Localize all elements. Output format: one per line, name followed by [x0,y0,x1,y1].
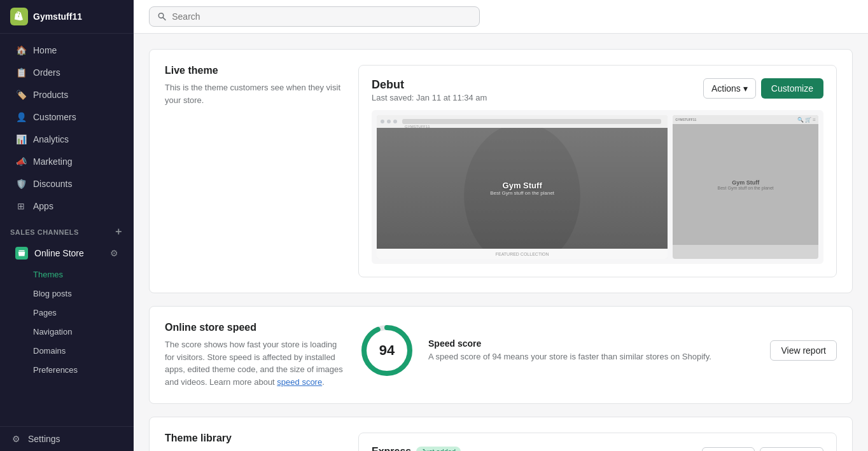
preview-gym-sub: Best Gym stuff on the planet [490,190,554,196]
library-customize-button[interactable]: Customize [760,447,823,452]
shopify-logo-icon [10,8,28,25]
side-gym-text: Gym Stuff [732,179,759,186]
speed-section: Online store speed The score shows how f… [149,306,853,404]
orders-icon: 📋 [15,67,27,78]
library-actions-button[interactable]: Actions ▾ [702,447,755,452]
view-report-button[interactable]: View report [770,340,837,361]
live-theme-section: Live theme This is the theme customers s… [149,49,853,293]
sidebar-item-label: Discounts [33,179,72,189]
discounts-icon: 🛡️ [15,178,27,190]
sidebar: Gymstuff11 🏠 Home 📋 Orders 🏷️ Products 👤… [0,0,134,451]
sidebar-item-home[interactable]: 🏠 Home [5,39,129,61]
sidebar-item-label: Marketing [33,156,72,167]
online-store-settings-icon: ⚙ [110,248,118,258]
content-area: Live theme This is the theme customers s… [134,34,868,451]
debut-theme-card: Debut Last saved: Jan 11 at 11:34 am Act… [358,65,837,277]
top-bar [134,0,868,34]
theme-library-section: Theme library Manage your store's themes… [149,417,853,451]
express-theme-card: Express Just added Not customized yet Ac… [358,433,837,451]
add-sales-channel-button[interactable]: ＋ [113,225,124,239]
settings-label: Settings [28,434,60,444]
main-content: Live theme This is the theme customers s… [134,0,868,451]
sidebar-item-products[interactable]: 🏷️ Products [5,84,129,106]
just-added-badge: Just added [416,447,461,451]
marketing-icon: 📣 [15,156,27,167]
theme-customize-button[interactable]: Customize [761,78,823,99]
theme-name: Debut [372,78,487,92]
theme-preview: GYMSTUFF11 Gym Stuff Best Gym stuff on t… [372,110,823,264]
search-icon [157,11,167,22]
search-bar[interactable] [149,6,480,27]
sidebar-item-analytics[interactable]: 📊 Analytics [5,128,129,150]
apps-icon: ⊞ [15,200,27,212]
sidebar-item-settings[interactable]: ⚙ Settings [0,426,134,451]
express-theme-name: Express [372,446,411,451]
sidebar-item-blog-posts[interactable]: Blog posts [5,284,129,303]
store-name: Gymstuff11 [33,11,82,22]
sidebar-item-label: Products [33,90,68,100]
speed-score-link[interactable]: speed score [277,377,322,387]
theme-actions-button[interactable]: Actions ▾ [703,78,756,99]
chevron-down-icon: ▾ [743,83,748,94]
speed-score-desc: A speed score of 94 means your store is … [428,351,757,363]
preview-dot [393,120,397,123]
sidebar-item-label: Orders [33,67,60,78]
products-icon: 🏷️ [15,89,27,101]
sales-channels-label: SALES CHANNELS ＋ [0,218,134,241]
home-icon: 🏠 [15,45,27,56]
sidebar-item-customers[interactable]: 👤 Customers [5,106,129,128]
preview-featured: FEATURED COLLECTION [496,252,549,256]
sidebar-item-pages[interactable]: Pages [5,303,129,322]
sidebar-item-label: Apps [33,201,53,211]
search-input[interactable] [172,11,472,22]
customers-icon: 👤 [15,111,27,123]
speed-score-value: 94 [358,322,416,379]
sidebar-item-navigation[interactable]: Navigation [5,323,129,341]
side-gym-sub: Best Gym stuff on the planet [718,186,774,190]
sidebar-item-orders[interactable]: 📋 Orders [5,62,129,83]
sidebar-item-domains[interactable]: Domains [5,342,129,360]
side-preview-store: GYMSTUFF11 [675,118,696,121]
preview-dot [381,120,384,123]
sidebar-item-online-store[interactable]: Online Store ⚙ [5,242,129,265]
theme-library-title: Theme library [165,433,343,444]
sidebar-item-label: Home [33,45,57,55]
preview-dot [387,120,391,123]
sidebar-item-themes[interactable]: Themes [5,265,129,284]
live-theme-desc: This is the theme customers see when the… [165,81,343,106]
speed-score-title: Speed score [428,338,757,349]
speed-gauge: 94 [358,322,416,379]
sidebar-item-preferences[interactable]: Preferences [5,361,129,379]
settings-icon: ⚙ [10,433,22,445]
online-store-subnav: Themes Blog posts Pages Navigation Domai… [0,265,134,379]
speed-section-desc: The score shows how fast your store is l… [165,338,343,388]
sidebar-item-marketing[interactable]: 📣 Marketing [5,151,129,172]
online-store-icon [15,247,28,260]
live-theme-title: Live theme [165,65,343,76]
theme-last-saved: Last saved: Jan 11 at 11:34 am [372,93,487,102]
preview-gym-text: Gym Stuff [503,181,542,190]
speed-section-title: Online store speed [165,322,343,333]
online-store-label: Online Store [34,248,84,258]
sidebar-item-label: Customers [33,112,76,122]
sidebar-item-discounts[interactable]: 🛡️ Discounts [5,173,129,195]
sidebar-navigation: 🏠 Home 📋 Orders 🏷️ Products 👤 Customers … [0,34,134,426]
sidebar-item-apps[interactable]: ⊞ Apps [5,195,129,217]
sidebar-header: Gymstuff11 [0,0,134,34]
sidebar-item-label: Analytics [33,134,69,144]
analytics-icon: 📊 [15,134,27,145]
